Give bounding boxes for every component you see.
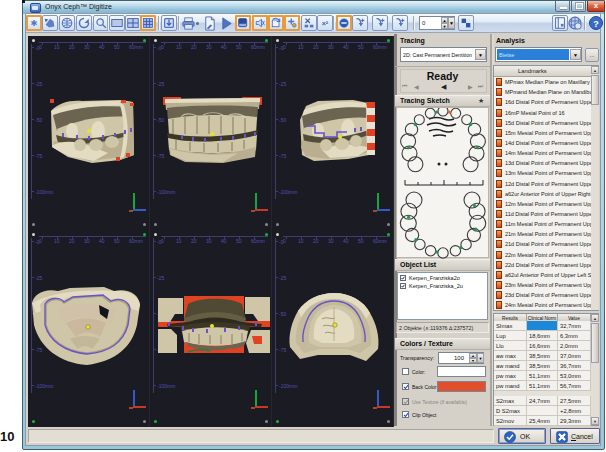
svg-text:✱: ✱	[31, 19, 38, 28]
svg-text:×²: ×²	[322, 20, 329, 27]
svg-text:?: ?	[593, 19, 599, 29]
